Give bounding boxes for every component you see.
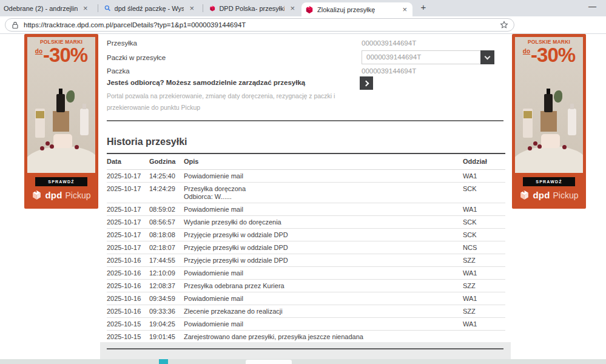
- cell-description: Zarejestrowano dane przesyłki, przesyłka…: [184, 331, 463, 343]
- section-end-divider: [107, 348, 503, 349]
- tab-title: dpd śledź paczkę - Wyszukaj: [115, 5, 184, 12]
- cell-time: 02:18:07: [149, 241, 184, 254]
- tab-search[interactable]: dpd śledź paczkę - Wyszukaj ×: [101, 0, 200, 16]
- cell-time: 09:33:36: [149, 305, 184, 318]
- cell-time: 14:25:40: [149, 170, 184, 183]
- table-row: 2025-10-1612:10:09Powiadomienie mailWA1: [107, 267, 505, 280]
- tab-mail[interactable]: Odebrane (2) - andrzejlinert7@gm ×: [0, 0, 94, 16]
- shipment-value: 0000039144694T: [362, 39, 416, 47]
- browser-toolbar: https://tracktrace.dpd.com.pl/parcelDeta…: [0, 16, 606, 34]
- cell-description: Wydanie przesyłki do doręczenia: [184, 216, 463, 229]
- tab-dpd-site[interactable]: DPD Polska- przesyłki kurierskie, s ×: [206, 0, 300, 16]
- cell-date: 2025-10-16: [107, 280, 149, 292]
- cell-time: 19:01:45: [149, 331, 184, 343]
- history-title: Historia przesyłki: [107, 136, 187, 147]
- col-header-branch: Oddział: [463, 153, 505, 170]
- ad-check-button[interactable]: SPRAWDŹ: [35, 177, 87, 186]
- cell-description: Powiadomienie mail: [184, 203, 463, 216]
- dpd-pickup-logo: dpd Pickup: [512, 190, 586, 200]
- close-icon[interactable]: ×: [81, 4, 90, 12]
- map-marker-fragment: [159, 359, 168, 364]
- chevron-down-icon[interactable]: [480, 50, 494, 64]
- close-icon[interactable]: ×: [400, 5, 409, 13]
- cell-description: Przyjęcie przesyłki w oddziale DPD: [184, 229, 463, 241]
- window-minimize-button[interactable]: —: [585, 1, 600, 12]
- cell-time: 14:24:29: [149, 183, 184, 203]
- parcel-value: 0000039144694T: [362, 67, 416, 75]
- ad-discount: do-30%: [27, 44, 95, 67]
- table-row: 2025-10-1519:04:25Powiadomienie mailWA1: [107, 318, 505, 331]
- cell-branch: NCS: [463, 241, 505, 254]
- dpd-favicon: [209, 4, 215, 13]
- bookmark-star-icon[interactable]: [500, 21, 508, 29]
- ad-banner-right[interactable]: POLSKIE MARKI do-30% SPRAWDŹ dpd Pickup: [512, 34, 586, 209]
- ad-photo: POLSKIE MARKI do-30%: [27, 37, 95, 173]
- address-bar[interactable]: https://tracktrace.dpd.com.pl/parcelDeta…: [5, 18, 514, 32]
- tab-title: Zlokalizuj przesyłkę: [317, 6, 375, 13]
- table-row: 2025-10-1708:59:02Powiadomienie mailWA1: [107, 203, 505, 216]
- cell-branch: SCK: [463, 183, 505, 203]
- table-row: 2025-10-1708:18:08Przyjęcie przesyłki w …: [107, 229, 505, 241]
- tab-separator: [98, 4, 98, 12]
- table-row: 2025-10-1519:01:45Zarejestrowano dane pr…: [107, 331, 505, 343]
- cell-description: Zlecenie przekazane do realizacji: [184, 305, 463, 318]
- parcels-select[interactable]: 0000039144694T: [362, 50, 494, 64]
- cell-branch: SCK: [463, 229, 505, 241]
- cell-date: 2025-10-15: [107, 331, 149, 343]
- cell-date: 2025-10-17: [107, 203, 149, 216]
- cell-date: 2025-10-16: [107, 305, 149, 318]
- dpd-cube-icon: [519, 190, 530, 200]
- cell-description: Przesyłka odebrana przez Kuriera: [184, 280, 463, 292]
- ad-discount: do-30%: [515, 44, 583, 67]
- ad-check-button[interactable]: SPRAWDŹ: [523, 177, 575, 186]
- history-table-head: Data Godzina Opis Oddział: [107, 153, 505, 170]
- page-content: POLSKIE MARKI do-30% SPRAWDŹ dpd Pickup: [0, 34, 606, 364]
- cell-branch: WA1: [463, 318, 505, 331]
- ad-banner-left[interactable]: POLSKIE MARKI do-30% SPRAWDŹ dpd Pickup: [24, 34, 98, 209]
- cell-branch: WA1: [463, 292, 505, 305]
- close-icon[interactable]: ×: [187, 4, 196, 12]
- tab-title: Odebrane (2) - andrzejlinert7@gm: [4, 5, 78, 12]
- cell-branch: WA1: [463, 203, 505, 216]
- cell-time: 08:18:08: [149, 229, 184, 241]
- table-row: 2025-10-1708:56:57Wydanie przesyłki do d…: [107, 216, 505, 229]
- close-icon[interactable]: ×: [288, 4, 297, 12]
- cell-date: 2025-10-17: [107, 183, 149, 203]
- url-text[interactable]: https://tracktrace.dpd.com.pl/parcelDeta…: [24, 21, 500, 29]
- history-table-body: 2025-10-1714:25:40Powiadomienie mailWA12…: [107, 170, 505, 356]
- cell-branch: WA1: [463, 267, 505, 280]
- tab-bar: Odebrane (2) - andrzejlinert7@gm × dpd ś…: [0, 0, 606, 16]
- cell-branch: SZZ: [463, 280, 505, 292]
- history-table: Data Godzina Opis Oddział 2025-10-1714:2…: [107, 153, 505, 356]
- cell-time: 17:44:55: [149, 254, 184, 267]
- header-row: Data Godzina Opis Oddział: [107, 153, 505, 170]
- cell-description: Przyjęcie przesyłki w oddziale DPD: [184, 241, 463, 254]
- cell-time: 08:59:02: [149, 203, 184, 216]
- dpd-pickup-logo: dpd Pickup: [24, 190, 98, 200]
- dpd-cube-icon: [32, 190, 42, 200]
- new-tab-button[interactable]: +: [417, 2, 429, 12]
- map-control-fragment: [246, 360, 292, 364]
- cell-description: Powiadomienie mail: [184, 292, 463, 305]
- cell-date: 2025-10-15: [107, 318, 149, 331]
- cell-branch: SZZ: [463, 254, 505, 267]
- dpd-favicon: [305, 5, 314, 14]
- table-row: 2025-10-1702:18:07Przyjęcie przesyłki w …: [107, 241, 505, 254]
- cell-date: 2025-10-17: [107, 216, 149, 229]
- cell-date: 2025-10-16: [107, 292, 149, 305]
- cell-time: 09:34:59: [149, 292, 184, 305]
- table-row: 2025-10-1609:33:36Zlecenie przekazane do…: [107, 305, 505, 318]
- cell-branch: SCK: [463, 216, 505, 229]
- cell-date: 2025-10-16: [107, 267, 149, 280]
- parcel-details-section: Przesyłka 0000039144694T Paczki w przesy…: [107, 34, 505, 364]
- col-header-time: Godzina: [149, 153, 184, 170]
- tab-separator: [203, 4, 203, 12]
- col-header-date: Data: [107, 153, 149, 170]
- lock-icon: [12, 21, 19, 29]
- table-row: 2025-10-1714:25:40Powiadomienie mailWA1: [107, 170, 505, 183]
- parcels-selected-value: 0000039144694T: [366, 53, 421, 61]
- cell-description: Powiadomienie mail: [184, 318, 463, 331]
- cell-time: 12:10:09: [149, 267, 184, 280]
- tab-track-parcel[interactable]: Zlokalizuj przesyłkę ×: [301, 2, 412, 16]
- manage-parcel-button[interactable]: [360, 76, 373, 90]
